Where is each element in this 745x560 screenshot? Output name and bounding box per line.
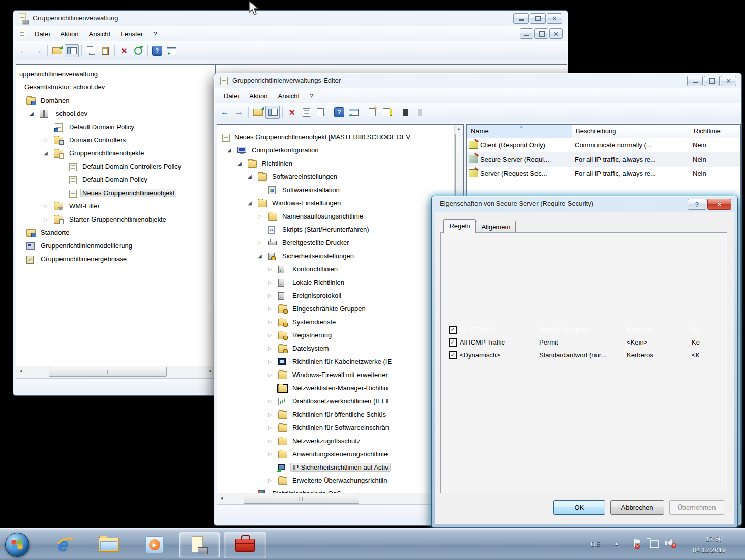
taskbar-gpmc-app[interactable] (179, 532, 220, 558)
rule-checkbox[interactable]: ✓ (449, 351, 457, 359)
tree-item[interactable]: Softwareinstallation (217, 184, 455, 197)
close-button[interactable]: ✕ (721, 76, 736, 86)
show-hidden-icons-icon[interactable]: ▲ (614, 541, 619, 546)
menu-fenster[interactable]: Fenster (115, 28, 148, 40)
tree-item[interactable]: Gesamtstruktur: school.dev (16, 82, 215, 94)
tree-item[interactable]: ▷Systemdienste (217, 317, 455, 329)
expander-expanded-icon[interactable]: ◢ (29, 110, 34, 117)
tree-item[interactable]: ▷Eingeschränkte Gruppen (217, 303, 455, 316)
expander-collapsed-icon[interactable]: ▷ (44, 216, 48, 223)
close-button[interactable]: ✕ (707, 199, 731, 210)
tree-item[interactable]: ▷Richtlinien für Kabelnetzwerke (IE (217, 356, 455, 368)
expander-collapsed-icon[interactable]: ▷ (268, 371, 272, 379)
minimize-button[interactable] (513, 13, 529, 24)
expander-collapsed-icon[interactable]: ▷ (268, 451, 272, 458)
filter-icon[interactable] (399, 106, 412, 118)
expander-expanded-icon[interactable]: ◢ (237, 160, 242, 167)
tree-item[interactable]: IP-Sicherheitsrichtlinien auf Activ (217, 462, 455, 474)
expander-expanded-icon[interactable]: ◢ (258, 253, 262, 260)
expander-collapsed-icon[interactable]: ▷ (268, 319, 272, 326)
mdi-restore-button[interactable] (534, 28, 548, 39)
tree-item[interactable]: Gruppenrichtlinienmodellierung (16, 240, 215, 253)
col-name[interactable]: Name▲ (467, 125, 572, 138)
tree-item[interactable]: ◢school.dev (16, 108, 215, 120)
expander-collapsed-icon[interactable]: ▷ (268, 305, 272, 313)
menu-?[interactable]: ? (305, 90, 318, 102)
menu-ansicht[interactable]: Ansicht (84, 28, 116, 40)
taskbar-media-player[interactable] (136, 532, 173, 557)
taskbar-windows-explorer[interactable] (91, 532, 127, 557)
clock-date[interactable]: 04.12.2019 (693, 546, 726, 554)
rule-checkbox[interactable]: ✓ (449, 326, 457, 334)
refresh-icon[interactable] (132, 45, 145, 57)
help-icon[interactable]: ? (333, 106, 346, 118)
tree-item[interactable]: ▷WMI-Filter (16, 201, 215, 213)
gpmc-titlebar[interactable]: Gruppenrichtlinienverwaltung ✕ (13, 11, 568, 26)
expander-collapsed-icon[interactable]: ▷ (268, 358, 272, 365)
expander-collapsed-icon[interactable]: ▷ (268, 292, 272, 299)
tree-item[interactable]: ▷Ereignisprotokoll (217, 290, 455, 302)
rule-checkbox[interactable]: ✓ (449, 338, 457, 347)
forward-icon[interactable]: → (32, 45, 45, 57)
tree-item[interactable]: Neues Gruppenrichtlinienobjekt [MASTER80… (217, 132, 455, 144)
show-console-tree-icon[interactable] (65, 44, 79, 57)
menu-?[interactable]: ? (148, 28, 162, 40)
tree-item[interactable]: ▷Bereitgestellte Drucker (217, 237, 455, 250)
expander-collapsed-icon[interactable]: ▷ (268, 411, 272, 418)
close-button[interactable]: ✕ (547, 13, 562, 24)
list-item[interactable]: Secure Server (Requi...For all IP traffi… (467, 152, 740, 167)
expander-collapsed-icon[interactable]: ▷ (258, 213, 262, 220)
expander-collapsed-icon[interactable]: ▷ (268, 345, 272, 352)
tree-item[interactable]: ▷Lokale Richtlinien (217, 277, 455, 289)
tree-item[interactable]: ◢Richtlinien (217, 158, 455, 170)
tree-item[interactable]: ▷Richtlinien für Softwareeinschrän (217, 422, 455, 434)
tree-item[interactable]: ▷Domain Controllers (16, 135, 215, 147)
tree-item[interactable]: Richtlinienbasierte QoS (217, 488, 455, 493)
scroll-up-icon[interactable]: ▲ (455, 125, 463, 133)
tree-item[interactable]: ▷Registrierung (217, 330, 455, 342)
up-one-level-icon[interactable] (251, 106, 264, 118)
mdi-close-button[interactable]: ✕ (549, 28, 563, 39)
minimize-button[interactable] (687, 76, 703, 86)
back-icon[interactable]: ← (17, 45, 31, 57)
scroll-thumb[interactable] (244, 494, 359, 504)
properties-icon[interactable] (300, 106, 313, 118)
expander-collapsed-icon[interactable]: ▷ (268, 477, 272, 484)
tree-item[interactable]: Default Domain Policy (16, 174, 215, 186)
scroll-left-icon[interactable]: ◄ (217, 493, 226, 503)
gpedit-titlebar[interactable]: Gruppenrichtlinienverwaltungs-Editor ✕ (214, 73, 741, 88)
expander-collapsed-icon[interactable]: ▷ (268, 332, 272, 339)
expander-expanded-icon[interactable]: ◢ (227, 147, 231, 154)
help-button[interactable]: ? (688, 199, 706, 210)
expander-collapsed-icon[interactable]: ▷ (44, 137, 48, 144)
taskbar-internet-explorer[interactable]: e (45, 532, 81, 557)
show-console-tree-icon[interactable] (265, 106, 280, 119)
delete-icon[interactable]: × (117, 45, 131, 57)
expander-expanded-icon[interactable]: ◢ (248, 173, 252, 180)
filter-disabled-icon[interactable] (413, 106, 426, 118)
ok-button[interactable]: OK (553, 500, 605, 515)
tree-item[interactable]: ▷Starter-Gruppenrichtlinienobjekte (16, 214, 215, 226)
col-beschreibung[interactable]: Beschreibung (572, 125, 690, 138)
tree-item[interactable]: ▷Kontorichtlinien (217, 264, 455, 276)
help-icon[interactable]: ? (151, 45, 164, 57)
tree-item[interactable]: Default Domain Controllers Policy (16, 161, 215, 173)
scroll-thumb[interactable] (49, 367, 167, 377)
menu-datei[interactable]: Datei (29, 28, 55, 40)
tree-item[interactable]: Neues Gruppenrichtlinienobjekt (16, 188, 215, 200)
create-policy-icon[interactable] (366, 106, 379, 118)
menu-datei[interactable]: Datei (219, 90, 244, 102)
tree-item[interactable]: <>Skripts (Start/Herunterfahren) (217, 224, 455, 236)
list-item[interactable]: Client (Respond Only)Communicate normall… (467, 138, 740, 152)
tree-item[interactable]: Standorte (16, 227, 215, 239)
expander-expanded-icon[interactable]: ◢ (44, 150, 48, 157)
expander-collapsed-icon[interactable]: ▷ (268, 398, 272, 405)
expander-collapsed-icon[interactable]: ▷ (268, 279, 272, 286)
back-icon[interactable]: ← (218, 106, 231, 118)
delete-icon[interactable]: × (285, 106, 299, 118)
paste-icon[interactable] (99, 45, 112, 57)
menu-aktion[interactable]: Aktion (55, 28, 83, 40)
mdi-minimize-button[interactable] (520, 28, 533, 39)
expander-collapsed-icon[interactable]: ▷ (258, 239, 262, 246)
tree-item[interactable]: uppenrichtlinienverwaltung (16, 69, 215, 81)
